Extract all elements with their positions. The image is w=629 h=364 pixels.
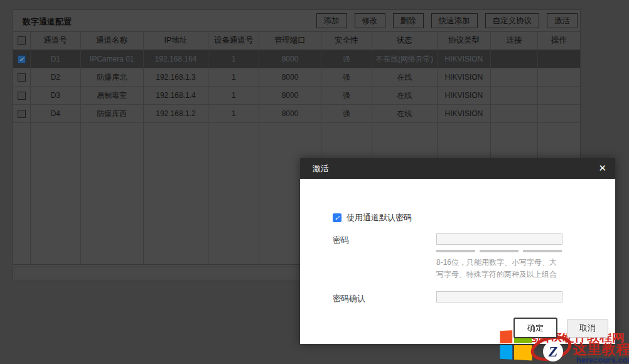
column-header: 通道号 xyxy=(31,32,81,49)
table-header: 通道号 通道名称 IP地址 设备通道号 管理端口 安全性 状态 协议类型 连接 … xyxy=(13,31,580,50)
channel-no: D1 xyxy=(31,50,81,68)
table-row[interactable]: ✓ D1 IPCamera 01 192.168.164 1 8000 强 不在… xyxy=(13,50,580,68)
operation xyxy=(538,105,580,122)
custom-protocol-button[interactable]: 自定义协议 xyxy=(485,13,540,28)
checkbox-cell xyxy=(13,68,31,86)
password-input[interactable] xyxy=(436,233,562,245)
security: 强 xyxy=(321,87,372,104)
operation xyxy=(538,87,580,104)
checkbox-cell: ✓ xyxy=(13,50,31,68)
table-row[interactable]: D2 防爆库北 192.168.1.3 1 8000 强 在线 HIKVISIO… xyxy=(13,68,580,87)
table-row[interactable]: D3 易制毒室 192.168.1.4 1 8000 强 在线 HIKVISIO… xyxy=(13,87,580,105)
channel-no: D4 xyxy=(31,105,81,122)
quick-add-button[interactable]: 快速添加 xyxy=(431,13,478,28)
dialog-titlebar: 激活 ✕ xyxy=(300,158,615,179)
column-header: IP地址 xyxy=(144,32,209,49)
status: 在线 xyxy=(372,105,438,122)
mgmt-port: 8000 xyxy=(259,50,321,68)
add-button[interactable]: 添加 xyxy=(316,13,347,28)
security: 强 xyxy=(321,50,372,68)
protocol: HIKVISION xyxy=(438,50,492,68)
password-hint: 8-16位，只能用数字、小写字母、大 写字母、特殊字符的两种及以上组合 xyxy=(436,257,587,281)
channel-no: D2 xyxy=(31,68,81,86)
protocol: HIKVISION xyxy=(438,105,492,122)
select-all-checkbox[interactable] xyxy=(18,36,26,45)
column-header: 管理端口 xyxy=(259,32,321,49)
row-checkbox[interactable] xyxy=(18,110,26,118)
security: 强 xyxy=(321,68,372,86)
page-title: 数字通道配置 xyxy=(23,16,72,28)
row-checkbox-checked[interactable]: ✓ xyxy=(18,55,26,63)
password-strength-meter xyxy=(436,250,562,252)
operation xyxy=(538,50,580,68)
protocol: HIKVISION xyxy=(438,68,492,86)
device-channel: 1 xyxy=(208,105,259,122)
column-header: 协议类型 xyxy=(438,32,492,49)
password-label: 密码 xyxy=(333,235,349,246)
watermark-z-logo: Z xyxy=(543,341,563,361)
ip-address: 192.168.164 xyxy=(144,50,209,68)
channel-name: 易制毒室 xyxy=(81,87,144,104)
channel-name: 防爆库北 xyxy=(81,68,144,86)
ip-address: 192.168.1.3 xyxy=(144,68,209,86)
security: 强 xyxy=(321,105,372,122)
default-password-label: 使用通道默认密码 xyxy=(347,212,412,223)
mgmt-port: 8000 xyxy=(259,68,321,86)
row-checkbox[interactable] xyxy=(18,92,26,100)
password-strength-bar xyxy=(523,250,562,252)
channel-name: 防爆库西 xyxy=(81,105,144,122)
ip-address: 192.168.1.2 xyxy=(144,105,209,122)
device-channel: 1 xyxy=(208,68,259,86)
cancel-button[interactable]: 取消 xyxy=(567,319,608,338)
column-header: 状态 xyxy=(372,32,438,49)
default-password-checkbox[interactable]: ✓ xyxy=(333,213,341,222)
check-icon: ✓ xyxy=(334,214,340,222)
delete-button[interactable]: 删除 xyxy=(393,13,424,28)
mgmt-port: 8000 xyxy=(259,87,321,104)
column-header: 设备通道号 xyxy=(208,32,259,49)
close-icon[interactable]: ✕ xyxy=(598,163,606,174)
activate-button[interactable]: 激活 xyxy=(547,13,578,28)
check-icon: ✓ xyxy=(19,56,24,63)
confirm-password-input[interactable] xyxy=(436,291,562,302)
select-all-checkbox-cell xyxy=(13,32,31,49)
channel-no: D3 xyxy=(31,87,81,104)
column-header: 通道名称 xyxy=(81,32,144,49)
status: 在线 xyxy=(372,87,438,104)
modify-button[interactable]: 修改 xyxy=(355,13,385,28)
link xyxy=(491,105,538,122)
device-channel: 1 xyxy=(208,50,259,68)
table-row[interactable]: D4 防爆库西 192.168.1.2 1 8000 强 在线 HIKVISIO… xyxy=(13,105,580,123)
password-strength-bar xyxy=(480,250,519,252)
column-header: 操作 xyxy=(538,32,580,49)
column-header: 安全性 xyxy=(321,32,372,49)
toolbar: 添加 修改 删除 快速添加 自定义协议 激活 xyxy=(316,13,578,28)
checkbox-cell xyxy=(13,87,31,104)
table-body: ✓ D1 IPCamera 01 192.168.164 1 8000 强 不在… xyxy=(13,50,580,123)
confirm-password-label: 密码确认 xyxy=(333,293,365,304)
link xyxy=(491,50,538,68)
status: 在线 xyxy=(372,68,438,86)
watermark-site-url: herecours.com xyxy=(576,355,629,364)
link xyxy=(491,87,538,104)
link xyxy=(491,68,538,86)
password-strength-bar xyxy=(436,250,475,252)
row-checkbox[interactable] xyxy=(18,73,26,82)
device-channel: 1 xyxy=(208,87,259,104)
ok-button[interactable]: 确定 xyxy=(513,318,557,338)
mgmt-port: 8000 xyxy=(259,105,321,122)
default-password-row: ✓ 使用通道默认密码 xyxy=(333,212,412,223)
column-header: 连接 xyxy=(491,32,538,49)
protocol: HIKVISION xyxy=(438,87,492,104)
channel-name: IPCamera 01 xyxy=(81,50,144,68)
ip-address: 192.168.1.4 xyxy=(144,87,209,104)
status: 不在线(网络异常) xyxy=(372,50,438,68)
checkbox-cell xyxy=(13,105,31,122)
operation xyxy=(538,68,580,86)
dialog-title: 激活 xyxy=(313,163,329,174)
